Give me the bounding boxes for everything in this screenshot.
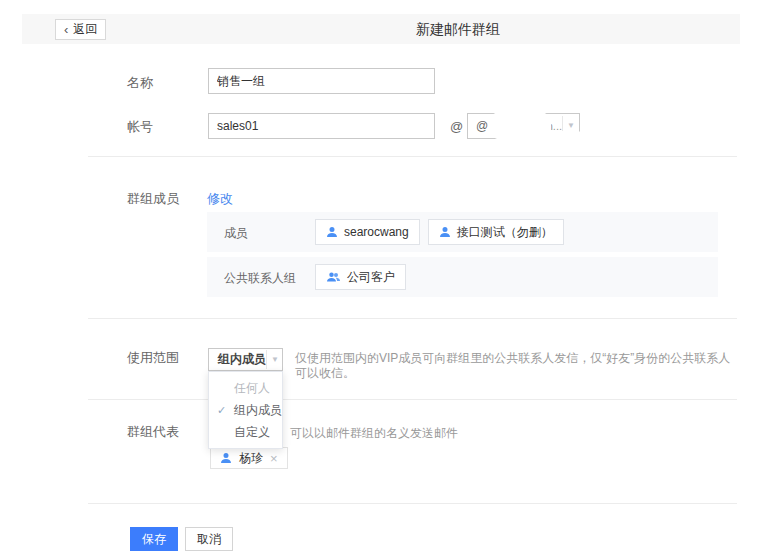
scope-option-label: 自定义 bbox=[234, 425, 270, 439]
representative-label: 群组代表 bbox=[127, 423, 179, 441]
member-tag-label: 接口测试（勿删） bbox=[457, 224, 553, 241]
scope-label: 使用范围 bbox=[127, 349, 179, 367]
domain-at-prefix: @ bbox=[468, 119, 488, 133]
back-button-label: 返回 bbox=[73, 21, 97, 38]
account-input[interactable] bbox=[208, 113, 435, 139]
name-label: 名称 bbox=[127, 74, 153, 92]
divider bbox=[88, 318, 737, 319]
scope-selected-value: 组内成员 bbox=[209, 351, 266, 368]
close-icon[interactable]: × bbox=[270, 452, 278, 465]
representative-tag-label: 杨珍 bbox=[239, 450, 263, 467]
page-title: 新建邮件群组 bbox=[416, 14, 500, 44]
contact-group-tag[interactable]: 公司客户 bbox=[315, 264, 406, 290]
member-tag[interactable]: searocwang bbox=[315, 219, 420, 245]
scope-hint-text: 仅使用范围内的VIP成员可向群组里的公共联系人发信，仅“好友”身份的公共联系人可… bbox=[295, 351, 740, 381]
user-icon bbox=[326, 226, 338, 238]
account-label: 帐号 bbox=[127, 118, 153, 136]
member-tag-label: searocwang bbox=[344, 225, 409, 239]
chevron-down-icon: ▼ bbox=[266, 350, 283, 369]
representative-tag[interactable]: 杨珍 × bbox=[210, 447, 288, 469]
scope-select[interactable]: 组内成员 ▼ bbox=[208, 348, 283, 371]
chevron-left-icon: ‹ bbox=[64, 23, 68, 36]
check-icon: ✓ bbox=[217, 399, 226, 421]
domain-select[interactable]: @ n... ▼ bbox=[467, 113, 580, 139]
members-row: 成员 searocwang 接口测试（勿删） bbox=[207, 212, 718, 252]
contact-group-row-label: 公共联系人组 bbox=[224, 270, 296, 287]
group-members-label: 群组成员 bbox=[127, 190, 179, 208]
scope-option-group-members[interactable]: ✓ 组内成员 bbox=[209, 399, 282, 421]
name-input[interactable] bbox=[208, 68, 435, 94]
users-icon bbox=[326, 271, 341, 283]
cancel-button[interactable]: 取消 bbox=[185, 527, 233, 551]
scope-option-anyone[interactable]: 任何人 bbox=[209, 377, 282, 399]
members-row-label: 成员 bbox=[224, 225, 248, 242]
contact-group-tag-label: 公司客户 bbox=[347, 269, 395, 286]
modify-members-link[interactable]: 修改 bbox=[207, 190, 233, 208]
member-tag[interactable]: 接口测试（勿删） bbox=[428, 219, 564, 245]
create-mail-group-page: ‹ 返回 新建邮件群组 名称 帐号 @ @ n... ▼ 群组成员 修改 成员 … bbox=[0, 0, 762, 558]
scope-option-label: 任何人 bbox=[234, 381, 270, 395]
user-icon bbox=[439, 226, 451, 238]
scope-option-label: 组内成员 bbox=[234, 403, 282, 417]
back-button[interactable]: ‹ 返回 bbox=[55, 19, 106, 40]
scope-option-custom[interactable]: 自定义 bbox=[209, 421, 282, 443]
divider bbox=[88, 156, 737, 157]
at-symbol: @ bbox=[450, 119, 463, 134]
redacted-domain-blur bbox=[526, 131, 584, 145]
representative-hint-text: 可以以邮件群组的名义发送邮件 bbox=[290, 425, 458, 442]
save-button[interactable]: 保存 bbox=[130, 527, 178, 551]
user-icon bbox=[220, 452, 232, 464]
divider bbox=[88, 503, 737, 504]
top-bar: ‹ 返回 新建邮件群组 bbox=[22, 14, 740, 44]
scope-dropdown-menu: 任何人 ✓ 组内成员 自定义 bbox=[208, 371, 283, 449]
divider bbox=[88, 399, 737, 400]
contact-group-row: 公共联系人组 公司客户 bbox=[207, 257, 718, 297]
